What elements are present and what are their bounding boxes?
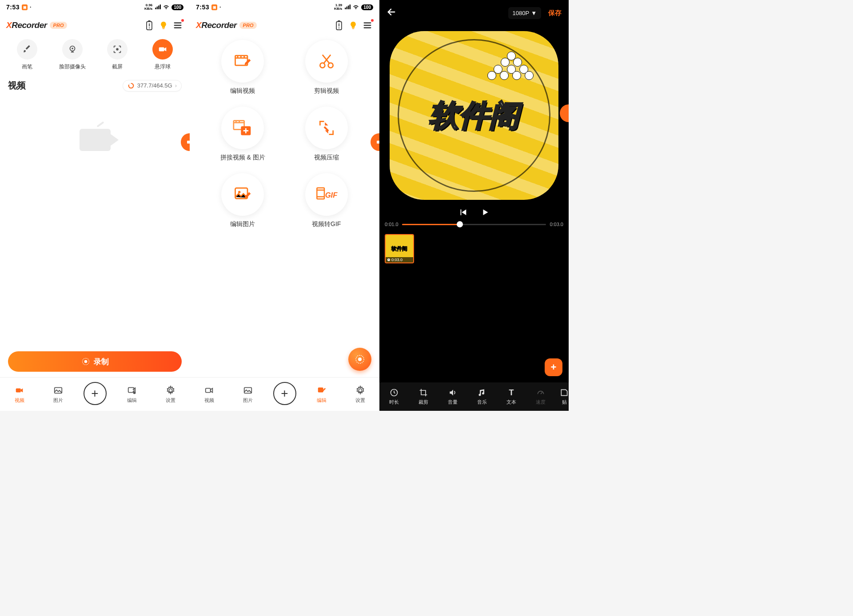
nav-video[interactable]: 视频 bbox=[196, 385, 223, 404]
back-button[interactable] bbox=[387, 7, 396, 19]
svg-point-3 bbox=[149, 28, 150, 28]
app-logo: XRecorder bbox=[196, 20, 237, 30]
nav-edit[interactable]: 编辑 bbox=[308, 385, 335, 404]
record-button[interactable]: 录制 bbox=[8, 351, 182, 372]
nav-add-button[interactable]: + bbox=[84, 382, 107, 405]
plus-icon: + bbox=[91, 386, 98, 401]
save-button[interactable]: 保存 bbox=[548, 9, 562, 17]
app-logo: XRecorder bbox=[6, 20, 47, 30]
badge-text: 软件阁 bbox=[390, 31, 558, 200]
compress-icon bbox=[317, 118, 336, 138]
time-total: 0:03.0 bbox=[550, 222, 563, 227]
status-net-speed: 0.96 KB/s bbox=[144, 4, 152, 11]
arrow-left-icon bbox=[387, 7, 396, 17]
tool-edit-photo[interactable]: 编辑图片 bbox=[203, 173, 283, 228]
photo-edit-icon bbox=[233, 185, 252, 204]
timeline: 0:01.0 0:03.0 bbox=[379, 219, 569, 227]
status-net-speed: 1.39 KB/s bbox=[334, 4, 342, 11]
edtool-crop[interactable]: 裁剪 bbox=[409, 388, 438, 405]
time-current: 0:01.0 bbox=[385, 222, 399, 227]
chevron-right-icon: › bbox=[175, 82, 177, 89]
pro-badge: PRO bbox=[239, 22, 257, 29]
tool-screenshot[interactable]: 截屏 bbox=[102, 39, 133, 71]
playback-controls bbox=[379, 207, 569, 219]
camera-icon bbox=[158, 44, 167, 54]
clock-icon bbox=[390, 388, 399, 397]
tool-face-camera[interactable]: 脸部摄像头 bbox=[57, 39, 88, 71]
battery-info-icon[interactable] bbox=[143, 20, 155, 31]
status-battery: 100 bbox=[361, 4, 373, 10]
edtool-sticker[interactable]: 贴 bbox=[555, 388, 569, 405]
bottom-nav: 视频 图片 + 编辑 设置 bbox=[190, 377, 379, 411]
camera-icon bbox=[186, 139, 190, 146]
nav-photo[interactable]: 图片 bbox=[235, 385, 261, 404]
menu-icon[interactable] bbox=[172, 20, 183, 31]
clock-icon bbox=[387, 258, 391, 262]
edtool-volume[interactable]: 音量 bbox=[438, 388, 467, 405]
record-icon bbox=[81, 357, 90, 366]
clip-duration: 0:03.0 bbox=[386, 257, 413, 262]
nav-edit[interactable]: 编辑 bbox=[119, 385, 145, 404]
nav-add-button[interactable]: + bbox=[273, 382, 296, 405]
bulb-icon[interactable] bbox=[158, 20, 169, 31]
app-bar: XRecorder PRO bbox=[0, 15, 190, 36]
battery-info-icon[interactable] bbox=[333, 20, 345, 31]
notification-dot-icon bbox=[371, 19, 374, 22]
pro-badge: PRO bbox=[50, 22, 68, 29]
skip-prev-icon bbox=[458, 207, 468, 217]
svg-text:GIF: GIF bbox=[325, 191, 337, 199]
svg-rect-22 bbox=[352, 28, 355, 29]
record-fab[interactable] bbox=[348, 348, 371, 371]
image-icon bbox=[53, 385, 63, 395]
status-bar: 7:53 ▣ · 1.39 KB/s 100 bbox=[190, 0, 379, 13]
tool-merge[interactable]: 拼接视频 & 图片 bbox=[203, 107, 283, 162]
tool-edit-video[interactable]: 编辑视频 bbox=[203, 40, 283, 95]
storage-indicator[interactable]: 377.7/464.5G › bbox=[123, 80, 182, 91]
signal-icon bbox=[155, 4, 161, 10]
edtool-duration[interactable]: 时长 bbox=[379, 388, 409, 405]
timeline-track[interactable] bbox=[402, 224, 546, 225]
capture-icon bbox=[112, 44, 122, 54]
sticker-icon bbox=[560, 388, 569, 397]
prev-button[interactable] bbox=[458, 207, 468, 219]
tool-to-gif[interactable]: GIF 视频转GIF bbox=[287, 173, 367, 228]
volume-icon bbox=[448, 388, 457, 397]
tool-compress[interactable]: 视频压缩 bbox=[287, 107, 367, 162]
svg-point-6 bbox=[72, 48, 73, 49]
quick-tools-row: 画笔 脸部摄像头 截屏 悬浮球 bbox=[0, 36, 190, 71]
edtool-music[interactable]: 音乐 bbox=[467, 388, 497, 405]
storage-ring-icon bbox=[128, 82, 135, 89]
floating-edge-button[interactable] bbox=[560, 104, 569, 122]
music-icon bbox=[478, 388, 486, 397]
tool-brush[interactable]: 画笔 bbox=[12, 39, 43, 71]
clip-thumbnail[interactable]: 软件阁 0:03.0 bbox=[385, 234, 414, 263]
add-clip-button[interactable]: + bbox=[545, 358, 562, 376]
section-title-video: 视频 bbox=[8, 79, 26, 91]
signal-icon bbox=[344, 4, 351, 10]
svg-point-17 bbox=[133, 391, 136, 394]
film-edit-icon bbox=[233, 52, 252, 71]
tool-trim-video[interactable]: 剪辑视频 bbox=[287, 40, 367, 95]
nav-settings[interactable]: 设置 bbox=[347, 385, 374, 404]
app-bar: XRecorder PRO bbox=[190, 15, 379, 36]
plus-icon: + bbox=[551, 362, 557, 373]
edtool-speed[interactable]: 速度 bbox=[526, 388, 555, 405]
nav-photo[interactable]: 图片 bbox=[45, 385, 72, 404]
menu-icon[interactable] bbox=[362, 20, 373, 31]
bulb-icon[interactable] bbox=[347, 20, 359, 31]
nav-settings[interactable]: 设置 bbox=[157, 385, 184, 404]
status-app-icon: ▣ bbox=[22, 4, 28, 10]
svg-rect-19 bbox=[338, 20, 340, 22]
edtool-text[interactable]: T文本 bbox=[497, 388, 526, 405]
resolution-dropdown[interactable]: 1080P ▼ bbox=[508, 7, 541, 19]
nav-video[interactable]: 视频 bbox=[6, 385, 33, 404]
plus-icon: + bbox=[281, 386, 288, 401]
play-button[interactable] bbox=[480, 207, 490, 219]
status-battery: 100 bbox=[171, 4, 183, 10]
preview-canvas: 软件阁 bbox=[379, 29, 569, 202]
preview-content: 软件阁 bbox=[390, 31, 558, 200]
status-time: 7:53 bbox=[196, 4, 209, 11]
tool-floating-ball[interactable]: 悬浮球 bbox=[147, 39, 178, 71]
speed-icon bbox=[536, 388, 545, 397]
timeline-scrubber[interactable] bbox=[457, 221, 463, 227]
